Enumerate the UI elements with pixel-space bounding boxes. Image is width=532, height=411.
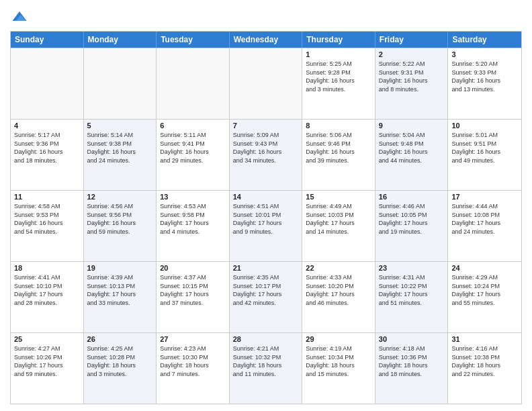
table-row: 30Sunrise: 4:18 AM Sunset: 10:36 PM Dayl… <box>375 333 449 404</box>
day-number: 14 <box>233 193 299 201</box>
day-info: Sunrise: 4:56 AM Sunset: 9:56 PM Dayligh… <box>87 202 153 236</box>
day-number: 1 <box>306 50 371 58</box>
day-number: 22 <box>306 264 371 272</box>
day-info: Sunrise: 4:53 AM Sunset: 9:58 PM Dayligh… <box>160 202 226 236</box>
table-row: 31Sunrise: 4:16 AM Sunset: 10:38 PM Dayl… <box>448 333 521 404</box>
calendar-header: SundayMondayTuesdayWednesdayThursdayFrid… <box>11 32 521 48</box>
day-number: 21 <box>233 264 299 272</box>
day-info: Sunrise: 4:41 AM Sunset: 10:10 PM Daylig… <box>14 273 80 307</box>
day-info: Sunrise: 4:23 AM Sunset: 10:30 PM Daylig… <box>160 345 226 378</box>
day-number: 30 <box>379 335 445 343</box>
day-number: 9 <box>379 122 445 130</box>
day-info: Sunrise: 4:44 AM Sunset: 10:08 PM Daylig… <box>451 202 518 236</box>
day-number: 28 <box>233 335 299 343</box>
day-number: 24 <box>451 264 518 272</box>
table-row: 20Sunrise: 4:37 AM Sunset: 10:15 PM Dayl… <box>157 262 230 332</box>
day-info: Sunrise: 4:35 AM Sunset: 10:17 PM Daylig… <box>233 273 299 307</box>
table-row: 28Sunrise: 4:21 AM Sunset: 10:32 PM Dayl… <box>230 333 303 404</box>
day-info: Sunrise: 4:51 AM Sunset: 10:01 PM Daylig… <box>233 202 299 236</box>
table-row: 21Sunrise: 4:35 AM Sunset: 10:17 PM Dayl… <box>230 262 303 332</box>
day-info: Sunrise: 4:39 AM Sunset: 10:13 PM Daylig… <box>87 273 153 307</box>
day-header-monday: Monday <box>84 32 157 48</box>
day-info: Sunrise: 4:21 AM Sunset: 10:32 PM Daylig… <box>233 345 299 378</box>
day-number: 20 <box>160 264 226 272</box>
day-number: 6 <box>160 122 226 130</box>
table-row: 6Sunrise: 5:11 AM Sunset: 9:41 PM Daylig… <box>157 120 230 190</box>
day-info: Sunrise: 4:37 AM Sunset: 10:15 PM Daylig… <box>160 273 226 307</box>
table-row: 7Sunrise: 5:09 AM Sunset: 9:43 PM Daylig… <box>230 120 303 190</box>
table-row: 8Sunrise: 5:06 AM Sunset: 9:46 PM Daylig… <box>302 120 375 190</box>
table-row: 12Sunrise: 4:56 AM Sunset: 9:56 PM Dayli… <box>84 191 157 261</box>
day-header-thursday: Thursday <box>302 32 375 48</box>
day-info: Sunrise: 4:29 AM Sunset: 10:24 PM Daylig… <box>451 273 518 307</box>
day-info: Sunrise: 5:06 AM Sunset: 9:46 PM Dayligh… <box>306 131 371 165</box>
table-row: 3Sunrise: 5:20 AM Sunset: 9:33 PM Daylig… <box>448 48 521 119</box>
day-number: 12 <box>87 193 153 201</box>
day-number: 10 <box>451 122 518 130</box>
table-row: 13Sunrise: 4:53 AM Sunset: 9:58 PM Dayli… <box>157 191 230 261</box>
header <box>10 7 522 26</box>
day-info: Sunrise: 4:31 AM Sunset: 10:22 PM Daylig… <box>379 273 445 307</box>
table-row: 19Sunrise: 4:39 AM Sunset: 10:13 PM Dayl… <box>84 262 157 332</box>
day-info: Sunrise: 5:22 AM Sunset: 9:31 PM Dayligh… <box>379 60 445 93</box>
table-row <box>230 48 303 119</box>
table-row: 27Sunrise: 4:23 AM Sunset: 10:30 PM Dayl… <box>157 333 230 404</box>
day-info: Sunrise: 4:18 AM Sunset: 10:36 PM Daylig… <box>379 345 445 378</box>
day-info: Sunrise: 4:27 AM Sunset: 10:26 PM Daylig… <box>14 345 80 378</box>
day-number: 17 <box>451 193 518 201</box>
table-row <box>11 48 84 119</box>
day-info: Sunrise: 5:20 AM Sunset: 9:33 PM Dayligh… <box>451 60 518 93</box>
day-info: Sunrise: 4:46 AM Sunset: 10:05 PM Daylig… <box>379 202 445 236</box>
table-row: 10Sunrise: 5:01 AM Sunset: 9:51 PM Dayli… <box>448 120 521 190</box>
table-row: 16Sunrise: 4:46 AM Sunset: 10:05 PM Dayl… <box>375 191 449 261</box>
day-header-friday: Friday <box>375 32 449 48</box>
day-header-saturday: Saturday <box>448 32 521 48</box>
day-info: Sunrise: 5:14 AM Sunset: 9:38 PM Dayligh… <box>87 131 153 165</box>
day-number: 7 <box>233 122 299 130</box>
day-number: 5 <box>87 122 153 130</box>
day-number: 27 <box>160 335 226 343</box>
page: SundayMondayTuesdayWednesdayThursdayFrid… <box>0 0 532 411</box>
day-info: Sunrise: 5:04 AM Sunset: 9:48 PM Dayligh… <box>379 131 445 165</box>
logo <box>10 7 32 26</box>
table-row: 11Sunrise: 4:58 AM Sunset: 9:53 PM Dayli… <box>11 191 84 261</box>
day-number: 4 <box>14 122 80 130</box>
table-row: 26Sunrise: 4:25 AM Sunset: 10:28 PM Dayl… <box>84 333 157 404</box>
day-number: 16 <box>379 193 445 201</box>
day-info: Sunrise: 4:58 AM Sunset: 9:53 PM Dayligh… <box>14 202 80 236</box>
table-row: 14Sunrise: 4:51 AM Sunset: 10:01 PM Dayl… <box>230 191 303 261</box>
day-number: 2 <box>379 50 445 58</box>
calendar-week-2: 4Sunrise: 5:17 AM Sunset: 9:36 PM Daylig… <box>11 119 521 190</box>
day-number: 18 <box>14 264 80 272</box>
day-info: Sunrise: 5:25 AM Sunset: 9:28 PM Dayligh… <box>306 60 371 93</box>
table-row: 9Sunrise: 5:04 AM Sunset: 9:48 PM Daylig… <box>375 120 449 190</box>
day-number: 26 <box>87 335 153 343</box>
table-row: 25Sunrise: 4:27 AM Sunset: 10:26 PM Dayl… <box>11 333 84 404</box>
calendar-week-1: 1Sunrise: 5:25 AM Sunset: 9:28 PM Daylig… <box>11 48 521 119</box>
calendar-week-3: 11Sunrise: 4:58 AM Sunset: 9:53 PM Dayli… <box>11 190 521 261</box>
day-info: Sunrise: 5:09 AM Sunset: 9:43 PM Dayligh… <box>233 131 299 165</box>
calendar-week-5: 25Sunrise: 4:27 AM Sunset: 10:26 PM Dayl… <box>11 332 521 404</box>
day-number: 25 <box>14 335 80 343</box>
day-info: Sunrise: 5:01 AM Sunset: 9:51 PM Dayligh… <box>451 131 518 165</box>
day-info: Sunrise: 5:11 AM Sunset: 9:41 PM Dayligh… <box>160 131 226 165</box>
logo-icon <box>10 7 29 26</box>
table-row: 23Sunrise: 4:31 AM Sunset: 10:22 PM Dayl… <box>375 262 449 332</box>
day-number: 23 <box>379 264 445 272</box>
day-info: Sunrise: 4:33 AM Sunset: 10:20 PM Daylig… <box>306 273 371 307</box>
table-row: 15Sunrise: 4:49 AM Sunset: 10:03 PM Dayl… <box>302 191 375 261</box>
day-info: Sunrise: 4:16 AM Sunset: 10:38 PM Daylig… <box>451 345 518 378</box>
calendar-body: 1Sunrise: 5:25 AM Sunset: 9:28 PM Daylig… <box>11 48 521 404</box>
day-number: 31 <box>451 335 518 343</box>
day-number: 3 <box>451 50 518 58</box>
table-row <box>84 48 157 119</box>
table-row: 17Sunrise: 4:44 AM Sunset: 10:08 PM Dayl… <box>448 191 521 261</box>
table-row: 5Sunrise: 5:14 AM Sunset: 9:38 PM Daylig… <box>84 120 157 190</box>
day-number: 8 <box>306 122 371 130</box>
day-info: Sunrise: 4:25 AM Sunset: 10:28 PM Daylig… <box>87 345 153 378</box>
table-row: 1Sunrise: 5:25 AM Sunset: 9:28 PM Daylig… <box>302 48 375 119</box>
day-header-wednesday: Wednesday <box>230 32 303 48</box>
day-header-tuesday: Tuesday <box>157 32 230 48</box>
day-number: 13 <box>160 193 226 201</box>
table-row <box>157 48 230 119</box>
